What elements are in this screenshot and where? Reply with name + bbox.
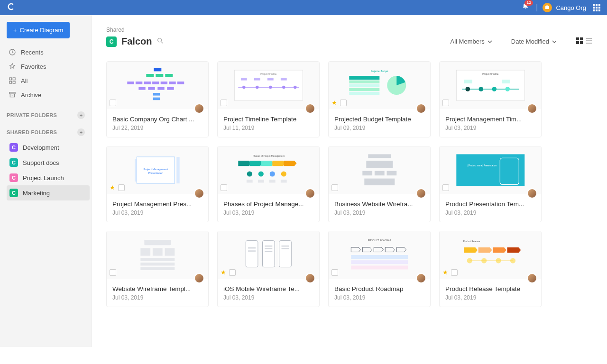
svg-rect-24	[138, 87, 145, 90]
diagram-card[interactable]: PRODUCT ROADMAP Basic Product Roadmap Ju…	[328, 231, 431, 307]
card-date: Jul 03, 2019	[445, 294, 535, 301]
create-label: Create Diagram	[20, 27, 64, 34]
svg-rect-13	[154, 68, 161, 71]
diagram-card[interactable]: Projected Budget ★ Projected Budget Temp…	[328, 61, 431, 137]
svg-rect-92	[248, 250, 256, 251]
svg-text:[Product name] Presentation: [Product name] Presentation	[468, 164, 497, 167]
apps-grid-icon[interactable]	[593, 4, 600, 11]
card-date: Jul 03, 2019	[112, 209, 202, 216]
svg-point-33	[242, 86, 245, 89]
note-icon	[442, 184, 449, 191]
org-icon	[543, 3, 552, 12]
diagram-card[interactable]: Project ManagementPresentation ★ Project…	[106, 146, 209, 222]
folder-icon: C	[9, 158, 18, 167]
grid-view-button[interactable]	[576, 37, 583, 46]
page-title: Falcon	[121, 36, 152, 47]
nav-label: Recents	[21, 49, 44, 56]
svg-rect-59	[135, 159, 137, 182]
svg-rect-40	[267, 78, 274, 81]
svg-rect-14	[146, 74, 154, 77]
chevron-down-icon	[552, 39, 557, 44]
breadcrumb[interactable]: Shared	[106, 27, 593, 33]
svg-rect-46	[349, 88, 379, 91]
favorite-star-icon: ★	[331, 99, 337, 106]
diagram-card[interactable]: Project Timeline Project Timeline Templa…	[217, 61, 320, 137]
sort-filter[interactable]: Date Modified	[511, 38, 557, 45]
svg-point-36	[282, 86, 285, 89]
create-diagram-button[interactable]: + Create Diagram	[7, 22, 70, 38]
owner-avatar	[194, 103, 204, 114]
svg-rect-41	[281, 78, 287, 81]
favorite-star-icon: ★	[221, 269, 226, 276]
folder-marketing[interactable]: C Marketing	[7, 185, 90, 200]
diagram-card[interactable]: Project Timeline Project Management Tim.…	[439, 61, 542, 137]
diagram-card[interactable]: ★ iOS Mobile Wireframe Te... Jul 03, 201…	[217, 231, 320, 307]
folder-label: Marketing	[23, 190, 50, 197]
diagram-card[interactable]: [Product name] Presentation Product Pres…	[439, 146, 542, 222]
card-thumbnail: Projected Budget ★	[329, 62, 430, 109]
owner-avatar	[527, 273, 537, 283]
note-icon	[221, 184, 227, 191]
svg-rect-94	[265, 248, 272, 249]
nav-recents[interactable]: Recents	[7, 45, 90, 59]
nav-archive[interactable]: Archive	[7, 88, 90, 102]
members-filter[interactable]: All Members	[451, 38, 492, 45]
owner-avatar	[416, 103, 426, 114]
card-title: iOS Mobile Wireframe Te...	[223, 285, 313, 292]
clock-icon	[9, 48, 16, 56]
svg-rect-82	[140, 248, 150, 256]
svg-rect-21	[160, 82, 167, 84]
svg-rect-39	[254, 78, 260, 81]
svg-rect-1	[546, 6, 548, 7]
owner-avatar	[416, 188, 426, 199]
add-shared-folder-button[interactable]: +	[77, 128, 85, 136]
owner-avatar	[527, 103, 537, 114]
folder-label: Project Launch	[23, 174, 64, 182]
svg-rect-44	[349, 81, 379, 83]
svg-rect-99	[351, 255, 408, 259]
note-icon	[331, 184, 338, 191]
favorite-star-icon: ★	[442, 269, 448, 276]
content-area: Shared C Falcon All Members Date Modifie…	[92, 15, 607, 347]
chevron-down-icon	[487, 39, 492, 44]
svg-rect-29	[153, 98, 159, 100]
svg-rect-17	[127, 82, 134, 84]
list-view-button[interactable]	[585, 37, 593, 46]
svg-rect-10	[580, 37, 583, 40]
svg-rect-75	[375, 171, 385, 176]
plus-icon: +	[13, 27, 17, 34]
note-icon	[451, 269, 458, 276]
svg-rect-91	[248, 247, 256, 248]
card-date: Jul 03, 2019	[445, 125, 535, 131]
card-thumbnail: [Product name] Presentation	[440, 146, 541, 194]
svg-rect-88	[246, 241, 258, 267]
note-icon	[110, 269, 116, 276]
add-private-folder-button[interactable]: +	[77, 111, 85, 119]
svg-rect-4	[13, 78, 15, 80]
card-date: Jul 22, 2019	[112, 125, 202, 131]
diagram-card[interactable]: Website Wireframe Templ... Jul 03, 2019	[106, 231, 209, 307]
owner-avatar	[305, 273, 315, 283]
diagram-card[interactable]: Basic Company Org Chart ... Jul 22, 2019	[106, 61, 209, 137]
card-title: Projected Budget Template	[334, 116, 424, 123]
nav-all[interactable]: All	[7, 73, 90, 88]
org-switcher[interactable]: Cango Org	[543, 3, 586, 12]
search-icon	[156, 37, 164, 45]
diagram-card[interactable]: Phases of Project Management Phases of P…	[217, 146, 320, 222]
diagram-card[interactable]: Product Release ★ Product Release Templa…	[439, 231, 542, 307]
search-button[interactable]	[156, 37, 164, 46]
svg-rect-78	[456, 154, 524, 186]
nav-favorites[interactable]: Favorites	[7, 59, 90, 73]
svg-rect-25	[148, 87, 155, 90]
app-logo[interactable]	[7, 3, 14, 13]
card-thumbnail: Project ManagementPresentation ★	[107, 146, 208, 194]
notifications-button[interactable]: 12	[522, 3, 529, 12]
svg-rect-60	[176, 157, 179, 183]
svg-rect-9	[576, 37, 579, 40]
svg-point-35	[269, 86, 272, 89]
diagram-card[interactable]: Business Website Wirefra... Jul 03, 2019	[328, 146, 431, 222]
folder-project-launch[interactable]: C Project Launch	[7, 170, 90, 185]
folder-support-docs[interactable]: C Support docs	[7, 155, 90, 170]
svg-text:PRODUCT ROADMAP: PRODUCT ROADMAP	[368, 239, 391, 242]
folder-development[interactable]: C Development	[7, 140, 90, 155]
